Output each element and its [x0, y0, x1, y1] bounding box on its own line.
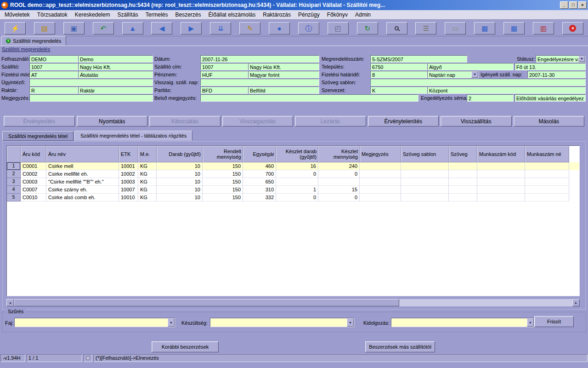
penznem-name-field[interactable]: Magyar forint — [248, 71, 319, 78]
open-button[interactable]: ▤ — [34, 22, 55, 34]
purchases-from-other-suppliers-button[interactable]: Beszerzések más szállítótól — [365, 341, 435, 352]
report-button[interactable]: ▥ — [533, 22, 554, 34]
refresh-button[interactable]: Frissít — [534, 316, 574, 327]
up-button[interactable]: ▲ — [122, 22, 143, 34]
cell-rendelt-mennyiseg[interactable]: 150 — [203, 170, 243, 178]
scroll-right-button[interactable]: ► — [572, 299, 580, 306]
cell-munkaszam-kod[interactable] — [477, 178, 525, 186]
minimize-button[interactable]: _ — [560, 1, 568, 9]
keszultseg-select[interactable]: ▼ — [210, 318, 354, 327]
kidolgozas-select[interactable]: ▼ — [391, 318, 534, 327]
col-szoveg-sablon[interactable]: Szöveg sablon — [401, 146, 449, 162]
cell-szoveg-sablon[interactable] — [401, 178, 449, 186]
cell-szoveg-sablon[interactable] — [401, 170, 449, 178]
felhasznalo-name-field[interactable]: Demo — [78, 55, 153, 63]
cell-keszlet-mennyiseg[interactable]: 15 — [318, 186, 360, 194]
cell-aru-nev[interactable]: "Csirke mellfilé ""B"" eh." — [46, 178, 119, 186]
cell-munkaszam-ne[interactable] — [525, 162, 569, 170]
info-button[interactable]: ⓘ — [298, 22, 319, 34]
cell-keszlet-darab-gyujto[interactable]: 0 — [276, 194, 318, 201]
cell-rendelt-mennyiseg[interactable]: 150 — [203, 194, 243, 201]
cell-keszlet-mennyiseg[interactable]: 0 — [318, 170, 360, 178]
menu-muveletek[interactable]: Műveletek — [1, 10, 34, 19]
cell-megjegyzes[interactable] — [360, 194, 401, 201]
cell-megjegyzes[interactable] — [360, 186, 401, 194]
menu-raktarozas[interactable]: Raktározás — [259, 10, 294, 19]
paritas-code-field[interactable]: BFD — [200, 86, 248, 94]
cell-szoveg-sablon[interactable] — [401, 186, 449, 194]
nyomtatas-button[interactable]: Nyomtatás — [77, 116, 148, 126]
szervezet-name-field[interactable]: Központ — [427, 86, 586, 94]
engedelyezes-sema-code-field[interactable]: 2 — [467, 94, 514, 102]
szallito-cim-code-field[interactable]: 1007 — [200, 63, 248, 70]
cell-aru-kod[interactable]: C0010 — [21, 194, 46, 201]
megjegyzes-field[interactable] — [29, 94, 153, 102]
fizetesi-hatarido-field[interactable]: 8 — [370, 71, 427, 78]
cell-szoveg[interactable] — [449, 186, 477, 194]
cell-szoveg-sablon[interactable] — [401, 194, 449, 201]
col-munkaszam-ne[interactable]: Munkaszám né — [525, 146, 569, 162]
cell-egysegar[interactable]: 332 — [243, 194, 276, 201]
scrollbar-track[interactable] — [14, 299, 572, 306]
cell-megjegyzes[interactable] — [360, 178, 401, 186]
cell-darab-gyujto[interactable]: 10 — [157, 194, 203, 201]
visszaigazolas-button[interactable]: Visszaigazolás — [222, 116, 294, 126]
statusz-dropdown-arrow-icon[interactable]: ▼ — [578, 56, 585, 62]
cell-szoveg[interactable] — [449, 194, 477, 201]
cell-aru-kod[interactable]: C0002 — [21, 170, 46, 178]
cell-darab-gyujto[interactable]: 10 — [157, 178, 203, 186]
ervenyesites-button[interactable]: Érvényesítés — [4, 116, 75, 126]
menu-szallitas[interactable]: Szállítás — [113, 10, 141, 19]
cell-egysegar[interactable]: 700 — [243, 170, 276, 178]
szervezet-code-field[interactable]: K — [370, 86, 427, 94]
statusz-select[interactable]: Engedélyezésre vár ▼ — [536, 55, 586, 63]
close-button[interactable]: × — [578, 1, 587, 9]
col-etk[interactable]: ETK — [119, 146, 138, 162]
cell-munkaszam-ne[interactable] — [525, 186, 569, 194]
grid-button[interactable]: ▦ — [474, 22, 495, 34]
visszaallitas-button[interactable]: Visszaállítás — [441, 116, 512, 126]
ervenytelenites-button[interactable]: Érvénytelenítés — [368, 116, 439, 126]
cell-aru-kod[interactable]: C0007 — [21, 186, 46, 194]
grid-2-button[interactable]: ▦ — [503, 22, 525, 34]
cell-aru-nev[interactable]: Csirke alsó comb eh. — [46, 194, 119, 201]
data-button[interactable]: ● — [269, 22, 290, 34]
telepules-city-field[interactable]: Algyő — [427, 63, 514, 70]
cell-darab-gyujto[interactable]: 10 — [157, 186, 203, 194]
megrendelesszam-field[interactable]: 5-SZMS/2007 — [370, 55, 467, 63]
szallito-name-field[interactable]: Nagy Hús Kft. — [78, 63, 153, 70]
cell-m-e[interactable]: KG — [138, 162, 157, 170]
row-number[interactable]: 5 — [7, 194, 21, 201]
lezaras-button[interactable]: Lezárás — [295, 116, 366, 126]
szallito-code-field[interactable]: 1007 — [29, 63, 78, 70]
cell-rendelt-mennyiseg[interactable]: 150 — [203, 186, 243, 194]
visszaig-szall-nap-field[interactable] — [200, 79, 319, 86]
list-button[interactable]: ☰ — [415, 22, 436, 34]
cell-aru-nev[interactable]: Csirke szárny eh. — [46, 186, 119, 194]
masolas-button[interactable]: Másolás — [514, 116, 585, 126]
cell-darab-gyujto[interactable]: 10 — [157, 162, 203, 170]
cell-munkaszam-kod[interactable] — [477, 162, 525, 170]
cell-keszlet-mennyiseg[interactable]: 240 — [318, 162, 360, 170]
cell-szoveg[interactable] — [449, 178, 477, 186]
tab-szallitoi-megrendeles-tetel-tablazatos-rogzites[interactable]: Szállítói megrendelés tétel - táblázatos… — [74, 131, 192, 141]
cell-aru-kod[interactable]: C0003 — [21, 178, 46, 186]
raktar-code-field[interactable]: R — [29, 86, 78, 94]
cell-munkaszam-ne[interactable] — [525, 194, 569, 201]
col-darab-gyujto[interactable]: Darab (gyűjtő) — [157, 146, 203, 162]
cell-keszlet-darab-gyujto[interactable] — [276, 178, 318, 186]
col-keszlet-darab-gyujto[interactable]: Készlet darab (gyűjtő) — [276, 146, 318, 162]
cell-rendelt-mennyiseg[interactable]: 150 — [203, 162, 243, 170]
scroll-left-button[interactable]: ◄ — [6, 299, 14, 306]
tab-szallitoi-megrendeles[interactable]: T Szállítói megrendelés — [1, 36, 66, 46]
penznem-code-field[interactable]: HUF — [200, 71, 248, 78]
cell-munkaszam-kod[interactable] — [477, 186, 525, 194]
cell-megjegyzes[interactable] — [360, 162, 401, 170]
cell-keszlet-darab-gyujto[interactable]: 1 — [276, 186, 318, 194]
exit-button[interactable]: × — [562, 22, 583, 34]
cell-etk[interactable]: 10003 — [119, 178, 138, 186]
fizetesi-mod-name-field[interactable]: Átutalás — [78, 71, 153, 78]
cell-munkaszam-kod[interactable] — [477, 170, 525, 178]
titlebar[interactable]: ROOL demo::app_teszt::elelmiszerbiztonsa… — [0, 0, 588, 10]
cell-egysegar[interactable]: 650 — [243, 178, 276, 186]
